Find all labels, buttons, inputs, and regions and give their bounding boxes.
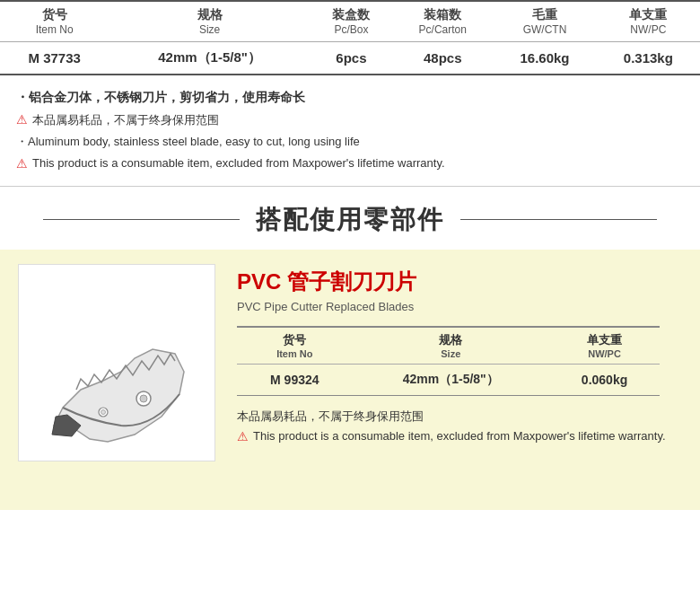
en-warning: ⚠ This product is a consumable item, exc… [16,153,684,175]
en-features: Aluminum body, stainless steel blade, ea… [16,131,684,152]
sub-specs-table: 货号 Item No 规格 Size 单支重 NW/PC M 99324 [237,326,660,396]
main-specs-table: 货号 Item No 规格 Size 装盒数 Pc/Box 装箱数 Pc/Car… [0,0,700,75]
section-title-wrap: 搭配使用零部件 [0,187,700,250]
compat-area: PVC 管子割刀刀片 PVC Pipe Cutter Replaced Blad… [0,250,700,510]
description-section: 铝合金刀体，不锈钢刀片，剪切省力，使用寿命长 ⚠ 本品属易耗品，不属于终身保用范… [0,75,700,187]
sub-table-row: M 99324 42mm（1-5/8"） 0.060kg [237,364,660,395]
cell-size: 42mm（1-5/8"） [109,42,310,75]
warning-icon: ⚠ [16,109,28,131]
compat-title-zh: PVC 管子割刀刀片 [237,268,682,296]
sub-col-size: 规格 Size [353,327,549,365]
col-size: 规格 Size [109,1,310,42]
product-image [18,264,215,461]
title-line-left [43,219,240,220]
compat-content: PVC 管子割刀刀片 PVC Pipe Cutter Replaced Blad… [237,264,682,448]
col-item-no: 货号 Item No [0,1,109,42]
col-pc-box: 装盒数 Pc/Box [311,1,392,42]
cell-nw-pc: 0.313kg [597,42,700,75]
cell-item-no: M 37733 [0,42,109,75]
svg-point-1 [140,395,147,402]
col-nw-pc: 单支重 NW/PC [597,1,700,42]
compat-warning-icon: ⚠ [237,426,249,448]
cell-pc-box: 6pcs [311,42,392,75]
col-pc-carton: 装箱数 Pc/Carton [392,1,493,42]
title-line-right [460,219,657,220]
cell-gw-ctn: 16.60kg [493,42,596,75]
table-row: M 37733 42mm（1-5/8"） 6pcs 48pcs 16.60kg … [0,42,700,75]
compat-warning: 本品属易耗品，不属于终身保用范围 ⚠ This product is a con… [237,407,682,448]
sub-col-nw-pc: 单支重 NW/PC [549,327,660,365]
compat-zh-warning: 本品属易耗品，不属于终身保用范围 [237,407,682,426]
section-title: 搭配使用零部件 [256,203,444,237]
compat-title-en: PVC Pipe Cutter Replaced Blades [237,300,682,313]
blade-illustration [27,273,206,452]
col-gw-ctn: 毛重 GW/CTN [493,1,596,42]
sub-col-item-no: 货号 Item No [237,327,353,365]
zh-features: 铝合金刀体，不锈钢刀片，剪切省力，使用寿命长 [16,86,684,109]
zh-warning: ⚠ 本品属易耗品，不属于终身保用范围 [16,109,684,131]
sub-cell-size: 42mm（1-5/8"） [353,364,549,395]
warning-icon-en: ⚠ [16,153,28,175]
compat-en-warning: ⚠ This product is a consumable item, exc… [237,426,682,448]
cell-pc-carton: 48pcs [392,42,493,75]
sub-cell-item-no: M 99324 [237,364,353,395]
svg-point-3 [101,409,106,414]
sub-cell-nw-pc: 0.060kg [549,364,660,395]
